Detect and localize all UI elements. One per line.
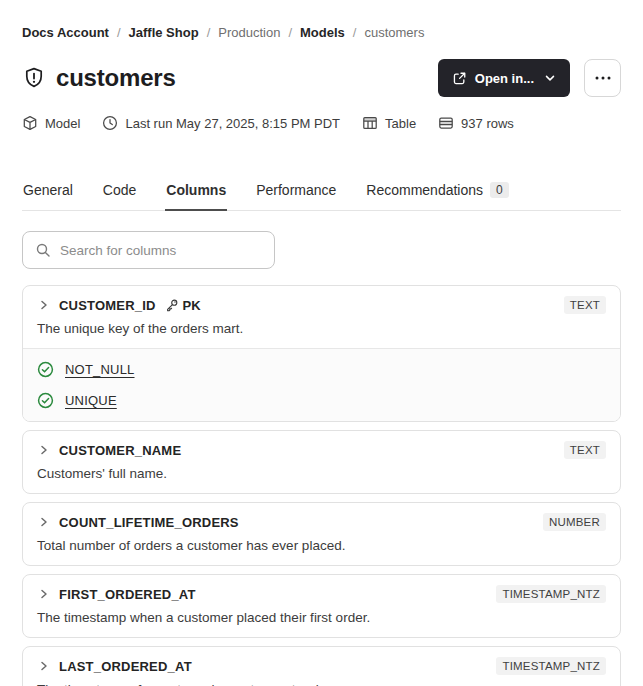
column-card-header[interactable]: LAST_ORDERED_AT TIMESTAMP_NTZ The timest… [23,647,620,686]
open-in-button-label: Open in... [475,71,534,86]
columns-list: CUSTOMER_ID PK TEXT The unique key of th… [22,285,621,686]
column-type-badge: TEXT [564,296,606,314]
tab-performance[interactable]: Performance [255,178,337,211]
search-input[interactable] [60,243,262,258]
column-name: FIRST_ORDERED_AT [59,587,196,602]
column-name: LAST_ORDERED_AT [59,659,192,674]
breadcrumb-item[interactable]: Production [218,24,280,42]
clock-icon [102,115,118,131]
tab-recommendations[interactable]: Recommendations 0 [365,178,509,211]
column-description: The timestamp when a customer placed the… [37,609,606,627]
breadcrumb-separator: / [353,24,357,42]
breadcrumb-item[interactable]: customers [364,24,424,42]
meta-row: Model Last run May 27, 2025, 8:15 PM PDT… [22,114,621,132]
column-name: CUSTOMER_NAME [59,443,181,458]
chevron-right-icon[interactable] [37,443,51,457]
tab-label: Code [103,182,136,198]
tab-bar: General Code Columns Performance Recomme… [22,178,621,211]
check-circle-icon [37,361,54,378]
tab-label: Performance [256,182,336,198]
primary-key-indicator: PK [165,298,201,313]
column-card: LAST_ORDERED_AT TIMESTAMP_NTZ The timest… [22,646,621,686]
meta-item: 937 rows [438,115,514,131]
key-icon [165,298,179,312]
column-type-badge: TEXT [564,441,606,459]
test-link[interactable]: NOT_NULL [65,362,135,377]
tab-code[interactable]: Code [102,178,137,211]
tab-general[interactable]: General [22,178,74,211]
column-type-badge: TIMESTAMP_NTZ [496,585,606,603]
meta-item: Last run May 27, 2025, 8:15 PM PDT [102,115,340,131]
test-link[interactable]: UNIQUE [65,393,117,408]
breadcrumb: Docs Account/Jaffle Shop/Production/Mode… [22,24,621,42]
rows-icon [438,115,454,131]
column-card: COUNT_LIFETIME_ORDERS NUMBER Total numbe… [22,502,621,566]
chevron-right-icon[interactable] [37,298,51,312]
column-description: The timestamp of a customer's most recen… [37,681,606,686]
breadcrumb-separator: / [117,24,121,42]
page-header: customers Open in... [22,58,621,98]
chevron-down-icon [544,72,556,84]
meta-item: Table [362,115,416,131]
meta-item: Model [22,115,80,131]
test-row: UNIQUE [37,385,606,416]
column-card: CUSTOMER_ID PK TEXT The unique key of th… [22,285,621,422]
column-name: COUNT_LIFETIME_ORDERS [59,515,239,530]
breadcrumb-item[interactable]: Jaffle Shop [129,24,199,42]
chevron-right-icon[interactable] [37,587,51,601]
external-link-icon [452,71,467,86]
column-card-header[interactable]: CUSTOMER_ID PK TEXT The unique key of th… [23,286,620,348]
column-type-badge: TIMESTAMP_NTZ [496,657,606,675]
search-box[interactable] [22,231,275,269]
column-description: Customers' full name. [37,465,606,483]
column-card-header[interactable]: COUNT_LIFETIME_ORDERS NUMBER Total numbe… [23,503,620,565]
search-icon [35,242,51,258]
shield-alert-icon [22,65,46,91]
header-actions: Open in... [438,59,621,97]
page-title: customers [56,64,176,92]
tab-label: General [23,182,73,198]
column-tests: NOT_NULL UNIQUE [23,348,620,421]
column-name: CUSTOMER_ID [59,298,156,313]
test-row: NOT_NULL [37,354,606,385]
tab-columns[interactable]: Columns [165,178,227,211]
column-type-badge: NUMBER [543,513,606,531]
table-icon [362,115,378,131]
tab-count-badge: 0 [490,182,509,198]
column-card-header[interactable]: FIRST_ORDERED_AT TIMESTAMP_NTZ The times… [23,575,620,637]
column-card-header[interactable]: CUSTOMER_NAME TEXT Customers' full name. [23,431,620,493]
meta-item-label: 937 rows [461,116,514,131]
column-card: CUSTOMER_NAME TEXT Customers' full name. [22,430,621,494]
check-circle-icon [37,392,54,409]
breadcrumb-separator: / [207,24,211,42]
breadcrumb-item[interactable]: Docs Account [22,24,109,42]
column-description: Total number of orders a customer has ev… [37,537,606,555]
meta-item-label: Model [45,116,80,131]
column-description: The unique key of the orders mart. [37,320,606,338]
chevron-right-icon[interactable] [37,659,51,673]
tab-label: Recommendations [366,182,483,198]
more-options-button[interactable] [584,59,621,97]
column-card: FIRST_ORDERED_AT TIMESTAMP_NTZ The times… [22,574,621,638]
breadcrumb-item[interactable]: Models [300,24,345,42]
pk-label: PK [183,298,201,313]
meta-item-label: Table [385,116,416,131]
meta-item-label: Last run May 27, 2025, 8:15 PM PDT [125,116,340,131]
ellipsis-icon [594,75,612,81]
breadcrumb-separator: / [288,24,292,42]
chevron-right-icon[interactable] [37,515,51,529]
cube-icon [22,115,38,131]
tab-label: Columns [166,182,226,198]
open-in-button[interactable]: Open in... [438,59,570,97]
